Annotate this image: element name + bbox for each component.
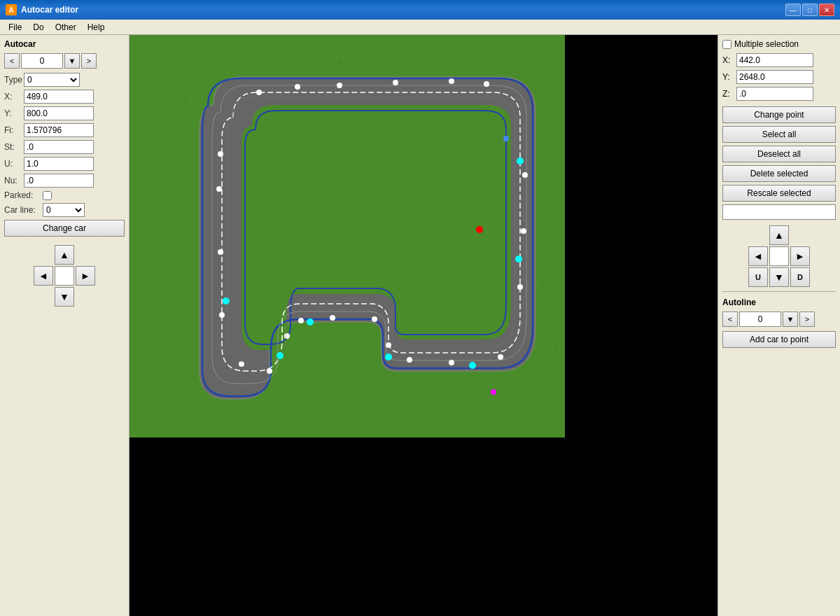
svg-point-25 — [522, 172, 528, 178]
svg-point-20 — [393, 80, 398, 85]
autoline-dropdown-button[interactable]: ▼ — [783, 312, 798, 327]
spinner-value-input[interactable] — [21, 53, 63, 69]
x-input[interactable] — [24, 90, 94, 104]
change-point-button[interactable]: Change point — [722, 106, 836, 123]
svg-point-11 — [548, 139, 551, 141]
menu-do[interactable]: Do — [27, 21, 49, 34]
y-input[interactable] — [24, 106, 94, 120]
right-nav-down-button[interactable]: ▼ — [769, 267, 789, 287]
right-z-input[interactable] — [736, 87, 813, 101]
car-line-label: Car line: — [4, 205, 43, 215]
type-select[interactable]: 0 1 2 — [24, 73, 80, 87]
autoline-prev-button[interactable]: < — [722, 312, 738, 327]
svg-point-36 — [267, 368, 272, 374]
nav-center-display — [55, 266, 74, 286]
nav-up-button[interactable]: ▲ — [55, 245, 74, 265]
nav-down-button[interactable]: ▼ — [55, 287, 74, 307]
menu-other[interactable]: Other — [50, 21, 82, 34]
maximize-button[interactable]: □ — [802, 4, 818, 16]
nu-input[interactable] — [24, 174, 94, 188]
right-nav-center — [769, 246, 789, 266]
svg-point-5 — [338, 62, 341, 64]
right-z-label: Z: — [722, 89, 736, 99]
window-controls: — □ ✕ — [785, 4, 834, 16]
car-line-row: Car line: 0 1 2 — [4, 203, 125, 217]
multiple-selection-row: Multiple selection — [722, 39, 836, 49]
x-label: X: — [4, 92, 24, 102]
rescale-selected-button[interactable]: Rescale selected — [722, 185, 836, 202]
autoline-value-input[interactable] — [739, 312, 781, 327]
svg-point-31 — [386, 342, 391, 348]
u-input[interactable] — [24, 157, 94, 171]
svg-point-2 — [213, 76, 215, 78]
svg-point-22 — [484, 81, 489, 87]
right-nav-u-button[interactable]: U — [748, 267, 768, 287]
svg-point-33 — [330, 315, 335, 321]
spinner-dropdown-button[interactable]: ▼ — [64, 53, 80, 69]
nu-label: Nu: — [4, 176, 24, 186]
st-label: St: — [4, 142, 24, 152]
autoline-section: Autoline < ▼ > Add car to point — [722, 298, 836, 351]
right-y-row: Y: — [722, 70, 836, 84]
svg-point-29 — [449, 360, 454, 365]
spinner-prev-button[interactable]: < — [4, 53, 20, 69]
svg-point-46 — [307, 318, 314, 326]
title-bar-title: Autocar editor — [21, 5, 785, 15]
fi-input[interactable] — [24, 123, 94, 137]
deselect-all-button[interactable]: Deselect all — [722, 146, 836, 162]
fi-row: Fi: — [4, 123, 125, 137]
svg-point-8 — [521, 48, 523, 50]
rescale-value-input[interactable] — [722, 204, 836, 220]
svg-point-35 — [284, 333, 290, 339]
menu-help[interactable]: Help — [82, 21, 111, 34]
right-z-row: Z: — [722, 87, 836, 101]
right-x-row: X: — [722, 53, 836, 67]
right-x-input[interactable] — [736, 53, 813, 67]
type-row: Type 0 1 2 — [4, 73, 125, 87]
u-row: U: — [4, 157, 125, 171]
svg-point-16 — [164, 384, 166, 386]
svg-point-1 — [163, 55, 166, 57]
right-nav-d-button[interactable]: D — [790, 267, 810, 287]
right-nav-left-button[interactable]: ◄ — [748, 246, 768, 266]
svg-point-15 — [555, 349, 558, 351]
car-line-select[interactable]: 0 1 2 — [43, 203, 85, 217]
right-nav-right-button[interactable]: ► — [790, 246, 810, 266]
nav-right-button[interactable]: ► — [76, 266, 95, 286]
parked-checkbox[interactable] — [43, 191, 52, 200]
right-y-input[interactable] — [736, 70, 813, 84]
change-car-button[interactable]: Change car — [4, 220, 125, 237]
svg-point-23 — [295, 84, 300, 90]
select-all-button[interactable]: Select all — [722, 126, 836, 143]
minimize-button[interactable]: — — [785, 4, 801, 16]
menu-file[interactable]: File — [3, 21, 27, 34]
svg-point-51 — [476, 226, 483, 233]
svg-point-40 — [216, 186, 222, 192]
add-car-to-point-button[interactable]: Add car to point — [722, 331, 836, 348]
x-row: X: — [4, 90, 125, 104]
nav-left-button[interactable]: ◄ — [34, 266, 53, 286]
delete-selected-button[interactable]: Delete selected — [722, 165, 836, 182]
svg-point-42 — [517, 158, 524, 164]
svg-point-10 — [150, 139, 152, 141]
svg-point-21 — [449, 78, 454, 84]
parked-label: Parked: — [4, 190, 43, 200]
multiple-selection-label: Multiple selection — [734, 39, 799, 49]
st-row: St: — [4, 140, 125, 154]
right-y-label: Y: — [722, 72, 736, 82]
track-viewport[interactable] — [130, 35, 565, 438]
u-label: U: — [4, 159, 24, 169]
st-input[interactable] — [24, 140, 94, 154]
svg-point-48 — [223, 298, 230, 304]
right-nav-up-button[interactable]: ▲ — [769, 225, 789, 245]
autoline-next-button[interactable]: > — [799, 312, 815, 327]
close-button[interactable]: ✕ — [819, 4, 834, 16]
app-icon: A — [6, 4, 17, 15]
spinner-next-button[interactable]: > — [81, 53, 97, 69]
svg-point-27 — [517, 284, 523, 290]
y-label: Y: — [4, 108, 24, 118]
autoline-title: Autoline — [722, 298, 836, 307]
fi-label: Fi: — [4, 125, 24, 135]
multiple-selection-checkbox[interactable] — [722, 40, 732, 49]
autoline-spinner-row: < ▼ > — [722, 312, 836, 327]
